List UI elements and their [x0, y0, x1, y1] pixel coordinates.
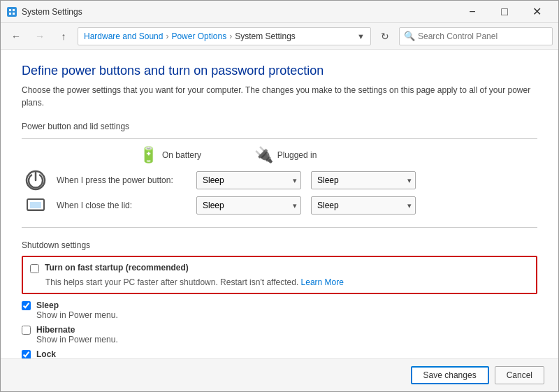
power-button-row: When I press the power button: Sleep Hib…	[22, 170, 537, 191]
window-title: System Settings	[22, 7, 82, 17]
lid-battery-dropdown-wrapper[interactable]: Sleep Hibernate Shut down Turn off the d…	[196, 196, 301, 215]
lid-battery-dropdown[interactable]: Sleep Hibernate Shut down Turn off the d…	[196, 196, 301, 215]
sleep-row: Sleep Show in Power menu.	[22, 300, 537, 320]
fast-startup-desc: This helps start your PC faster after sh…	[45, 277, 529, 287]
lid-label: When I close the lid:	[57, 201, 196, 210]
back-button[interactable]: ←	[6, 27, 26, 46]
breadcrumb-hardware-sound[interactable]: Hardware and Sound	[84, 31, 163, 41]
lid-icon	[22, 195, 50, 216]
svg-rect-0	[7, 7, 17, 17]
lock-label[interactable]: Lock	[36, 349, 56, 358]
settings-header-row: 🔋 On battery 🔌 Plugged in	[22, 146, 537, 164]
lid-plugged-dropdown-wrapper[interactable]: Sleep Hibernate Shut down Turn off the d…	[311, 196, 416, 215]
hibernate-sublabel: Show in Power menu.	[36, 335, 118, 344]
svg-rect-9	[30, 202, 41, 208]
shutdown-settings: Turn on fast startup (recommended) This …	[22, 256, 537, 358]
svg-rect-3	[9, 13, 11, 15]
power-button-icon	[22, 170, 50, 191]
svg-rect-1	[9, 9, 11, 11]
hibernate-label[interactable]: Hibernate	[36, 325, 75, 335]
power-button-label: When I press the power button:	[57, 175, 196, 185]
on-battery-label: On battery	[162, 150, 201, 160]
title-bar-left: System Settings	[6, 6, 82, 17]
plugged-in-header: 🔌 Plugged in	[228, 146, 343, 164]
breadcrumb: Hardware and Sound › Power Options › Sys…	[78, 27, 371, 45]
title-bar: System Settings − □ ✕	[1, 1, 558, 23]
plugged-icon: 🔌	[254, 146, 273, 164]
power-plugged-dropdown-wrapper[interactable]: Sleep Hibernate Shut down Turn off the d…	[311, 171, 416, 189]
hibernate-checkbox[interactable]	[22, 326, 31, 335]
sleep-checkbox[interactable]	[22, 301, 31, 310]
cancel-button[interactable]: Cancel	[495, 366, 544, 384]
lock-checkbox[interactable]	[22, 350, 31, 358]
search-icon: 🔍	[404, 31, 415, 41]
breadcrumb-system-settings: System Settings	[235, 31, 296, 41]
sleep-label[interactable]: Sleep	[36, 300, 59, 310]
fast-startup-checkbox[interactable]	[30, 264, 39, 273]
refresh-button[interactable]: ↻	[375, 27, 395, 46]
fast-startup-box: Turn on fast startup (recommended) This …	[22, 256, 537, 294]
search-box: 🔍	[399, 27, 553, 45]
content-area: Define power buttons and turn on passwor…	[1, 50, 558, 358]
main-window: System Settings − □ ✕ ← → ↑ Hardware and…	[0, 0, 559, 392]
power-plugged-dropdown[interactable]: Sleep Hibernate Shut down Turn off the d…	[311, 171, 416, 189]
minimize-button[interactable]: −	[456, 1, 488, 23]
forward-button[interactable]: →	[30, 27, 50, 46]
breadcrumb-dropdown-arrow[interactable]: ▼	[357, 32, 365, 41]
svg-rect-2	[13, 9, 15, 11]
svg-rect-4	[13, 13, 15, 15]
on-battery-header: 🔋 On battery	[112, 146, 228, 164]
save-changes-button[interactable]: Save changes	[411, 366, 489, 384]
title-bar-controls: − □ ✕	[456, 1, 553, 23]
battery-icon: 🔋	[139, 146, 158, 164]
window-icon	[6, 6, 17, 17]
page-title: Define power buttons and turn on passwor…	[22, 64, 537, 78]
page-description: Choose the power settings that you want …	[22, 84, 537, 109]
lock-row: Lock Show in account picture menu.	[22, 349, 537, 358]
power-button-section-label: Power button and lid settings	[22, 122, 537, 131]
search-input[interactable]	[418, 31, 548, 41]
fast-startup-row: Turn on fast startup (recommended)	[30, 263, 529, 273]
address-bar: ← → ↑ Hardware and Sound › Power Options…	[1, 23, 558, 50]
hibernate-row: Hibernate Show in Power menu.	[22, 324, 537, 344]
up-button[interactable]: ↑	[54, 27, 73, 46]
power-battery-dropdown[interactable]: Sleep Hibernate Shut down Turn off the d…	[196, 171, 301, 189]
fast-startup-label[interactable]: Turn on fast startup (recommended)	[45, 263, 189, 273]
power-settings-table: 🔋 On battery 🔌 Plugged in When I	[22, 138, 537, 228]
breadcrumb-sep-1: ›	[166, 31, 168, 41]
breadcrumb-sep-2: ›	[229, 31, 232, 41]
sleep-sublabel: Show in Power menu.	[36, 310, 118, 320]
power-battery-dropdown-wrapper[interactable]: Sleep Hibernate Shut down Turn off the d…	[196, 171, 301, 189]
close-button[interactable]: ✕	[521, 1, 553, 23]
footer: Save changes Cancel	[1, 358, 558, 391]
lid-row: When I close the lid: Sleep Hibernate Sh…	[22, 195, 537, 216]
svg-rect-8	[27, 209, 44, 211]
lid-plugged-dropdown[interactable]: Sleep Hibernate Shut down Turn off the d…	[311, 196, 416, 215]
shutdown-section-label: Shutdown settings	[22, 240, 537, 250]
maximize-button[interactable]: □	[488, 1, 521, 23]
learn-more-link[interactable]: Learn More	[301, 277, 344, 287]
plugged-in-label: Plugged in	[277, 150, 317, 160]
breadcrumb-power-options[interactable]: Power Options	[171, 31, 226, 41]
